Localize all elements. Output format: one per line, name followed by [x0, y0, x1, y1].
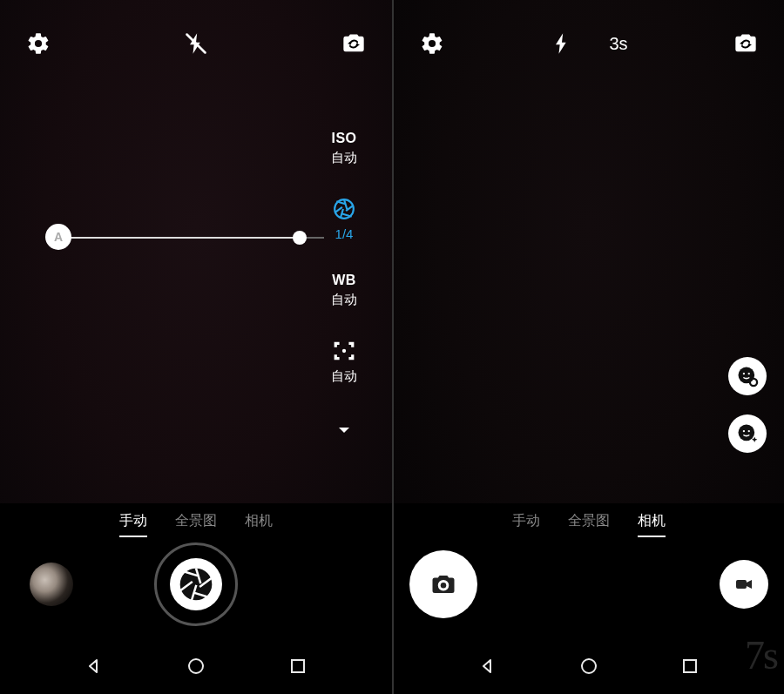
shutter-speed-control[interactable]: 1/4 — [333, 198, 355, 241]
svg-point-8 — [750, 379, 757, 386]
camera-switch-icon — [733, 31, 758, 56]
svg-point-9 — [739, 425, 755, 441]
mode-manual[interactable]: 手动 — [512, 512, 540, 537]
flash-button[interactable] — [550, 31, 574, 56]
svg-point-11 — [748, 430, 750, 432]
svg-point-12 — [441, 583, 447, 589]
svg-point-2 — [180, 569, 213, 601]
shutter-inner — [170, 558, 222, 610]
mode-row-left: 手动 全景图 相机 — [0, 512, 392, 537]
settings-button[interactable] — [420, 31, 444, 56]
nav-home-button[interactable] — [186, 656, 206, 680]
focus-icon — [333, 340, 355, 362]
iso-control[interactable]: ISO 自动 — [331, 131, 357, 166]
svg-point-7 — [748, 373, 750, 374]
camera-switch-icon — [341, 31, 366, 56]
camera-switch-button[interactable] — [733, 31, 758, 56]
mode-panorama[interactable]: 全景图 — [568, 512, 610, 537]
focus-value: 自动 — [331, 368, 357, 385]
face-sparkle-icon — [735, 421, 760, 446]
slider-value-knob[interactable] — [293, 231, 307, 245]
svg-rect-13 — [736, 580, 747, 589]
flash-button[interactable] — [184, 31, 208, 56]
beauty-button[interactable] — [728, 414, 767, 453]
home-icon — [186, 656, 206, 677]
slider-track — [68, 237, 305, 239]
shutter-button[interactable] — [409, 550, 477, 618]
svg-point-5 — [739, 367, 755, 384]
face-detect-button[interactable] — [728, 357, 767, 395]
nav-recent-button[interactable] — [287, 656, 308, 680]
svg-point-1 — [342, 349, 346, 353]
svg-point-10 — [743, 430, 745, 432]
mode-row-right: 手动 全景图 相机 — [394, 512, 784, 537]
shutter-row-right — [394, 536, 784, 632]
phone-right: 3s — [392, 0, 784, 694]
nav-recent-button[interactable] — [679, 656, 700, 680]
svg-point-6 — [743, 373, 745, 374]
watermark: 7s — [745, 632, 777, 678]
shutter-row-left — [0, 536, 392, 632]
topbar-right: 3s — [394, 26, 784, 61]
beauty-controls — [728, 357, 767, 453]
svg-point-14 — [582, 659, 596, 673]
nav-back-button[interactable] — [84, 656, 105, 680]
back-icon — [84, 656, 105, 677]
face-detect-icon — [735, 364, 760, 388]
nav-home-button[interactable] — [578, 656, 599, 680]
gallery-thumbnail[interactable] — [30, 563, 73, 606]
wb-value: 自动 — [331, 292, 357, 308]
timer-indicator[interactable]: 3s — [609, 34, 627, 54]
camera-switch-button[interactable] — [341, 31, 366, 56]
topbar-left — [0, 26, 392, 61]
navbar-right — [394, 642, 784, 694]
video-button[interactable] — [720, 560, 768, 609]
flash-on-icon — [550, 31, 574, 56]
back-icon — [477, 656, 498, 677]
camera-icon — [430, 571, 456, 597]
shutter-blades-icon — [179, 567, 213, 602]
phone-left: ISO 自动 1/4 WB 自动 自动 A — [0, 0, 392, 694]
shutter-button[interactable] — [154, 542, 238, 626]
svg-point-3 — [189, 659, 203, 673]
wb-control[interactable]: WB 自动 — [331, 273, 357, 308]
svg-rect-4 — [292, 660, 304, 672]
svg-rect-15 — [684, 660, 696, 672]
wb-label: WB — [331, 273, 357, 288]
settings-button[interactable] — [26, 31, 51, 56]
aperture-icon — [333, 198, 355, 220]
home-icon — [578, 656, 599, 677]
recent-icon — [287, 656, 308, 677]
recent-icon — [679, 656, 700, 677]
gear-icon — [26, 31, 51, 56]
video-icon — [733, 574, 754, 595]
gear-icon — [420, 31, 444, 56]
mode-camera[interactable]: 相机 — [245, 512, 273, 537]
shutter-slider[interactable]: A — [42, 224, 305, 252]
mode-manual[interactable]: 手动 — [119, 512, 147, 537]
focus-control[interactable]: 自动 — [331, 340, 357, 385]
flash-off-icon — [184, 31, 208, 56]
shutter-value: 1/4 — [333, 226, 355, 241]
slider-auto-knob[interactable]: A — [45, 224, 71, 250]
mode-camera[interactable]: 相机 — [638, 512, 666, 537]
navbar-left — [0, 642, 392, 694]
mode-panorama[interactable]: 全景图 — [175, 512, 217, 537]
iso-label: ISO — [331, 131, 357, 146]
viewfinder-right[interactable] — [394, 0, 784, 503]
iso-value: 自动 — [331, 150, 357, 166]
nav-back-button[interactable] — [477, 656, 498, 680]
manual-controls: ISO 自动 1/4 WB 自动 自动 — [322, 131, 366, 441]
chevron-down-icon[interactable] — [334, 420, 355, 441]
